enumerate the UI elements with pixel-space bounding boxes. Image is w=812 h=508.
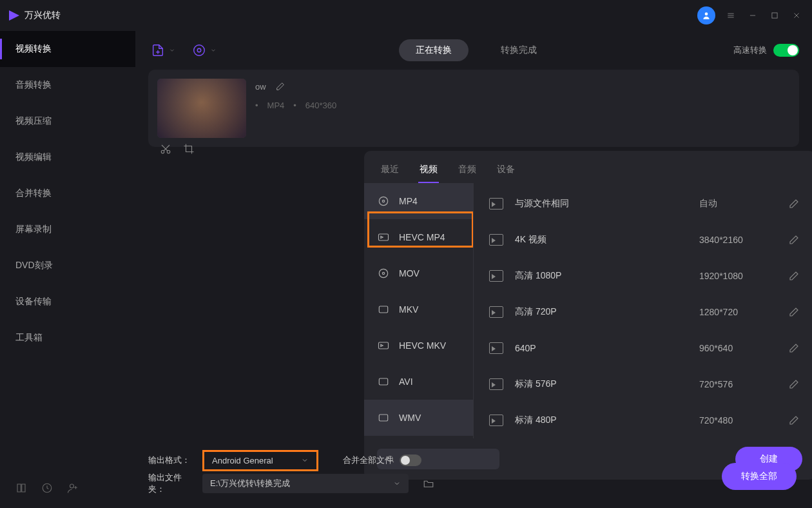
maximize-button[interactable] bbox=[768, 9, 781, 22]
sidebar-item-video-convert[interactable]: 视频转换 bbox=[0, 31, 135, 67]
chevron-down-icon bbox=[301, 456, 309, 464]
format-hevc-mp4[interactable]: HEVC MP4 bbox=[364, 219, 473, 255]
sidebar-item-device-transfer[interactable]: 设备传输 bbox=[0, 284, 135, 320]
file-dim: 640*360 bbox=[305, 101, 336, 110]
format-avi[interactable]: AVI bbox=[364, 364, 473, 400]
file-card: ow •MP4 •640*360 bbox=[148, 70, 799, 147]
titlebar: 万兴优转 bbox=[0, 0, 812, 31]
resolution-item[interactable]: 标清 576P720*576 bbox=[474, 366, 812, 402]
app-name: 万兴优转 bbox=[24, 10, 61, 21]
edit-icon[interactable] bbox=[788, 234, 800, 246]
sidebar-item-merge[interactable]: 合并转换 bbox=[0, 175, 135, 211]
sidebar-item-video-edit[interactable]: 视频编辑 bbox=[0, 139, 135, 175]
svg-point-17 bbox=[379, 269, 387, 277]
svg-rect-22 bbox=[379, 415, 387, 421]
svg-point-14 bbox=[379, 197, 387, 205]
format-hevc-mkv[interactable]: HEVC MKV bbox=[364, 327, 473, 364]
svg-rect-5 bbox=[772, 13, 777, 18]
sidebar-item-dvd-burn[interactable]: DVD刻录 bbox=[0, 248, 135, 284]
svg-point-0 bbox=[705, 12, 708, 15]
sidebar-item-audio-convert[interactable]: 音频转换 bbox=[0, 67, 135, 103]
menu-icon[interactable] bbox=[724, 9, 737, 22]
cut-icon[interactable] bbox=[160, 143, 171, 155]
file-format: MP4 bbox=[267, 101, 285, 110]
resolution-list: 与源文件相同自动 4K 视频3840*2160 高清 1080P1920*108… bbox=[474, 183, 812, 438]
format-list: MP4 HEVC MP4 MOV MKV bbox=[364, 183, 474, 438]
svg-rect-21 bbox=[379, 378, 387, 385]
sidebar-item-screen-record[interactable]: 屏幕录制 bbox=[0, 211, 135, 248]
sidebar-item-video-compress[interactable]: 视频压缩 bbox=[0, 103, 135, 139]
pop-tab-audio[interactable]: 音频 bbox=[457, 160, 478, 183]
resolution-item[interactable]: 高清 1080P1920*1080 bbox=[474, 258, 812, 294]
edit-icon[interactable] bbox=[788, 270, 800, 282]
resolution-item[interactable]: 高清 720P1280*720 bbox=[474, 294, 812, 330]
output-folder-select[interactable]: E:\万兴优转\转换完成 bbox=[202, 474, 409, 493]
video-icon bbox=[489, 306, 503, 318]
open-folder-icon[interactable] bbox=[423, 478, 434, 489]
svg-point-18 bbox=[382, 272, 384, 274]
output-folder-label: 输出文件夹： bbox=[148, 472, 193, 495]
output-format-select[interactable]: Android General bbox=[202, 450, 318, 471]
video-icon bbox=[489, 234, 503, 246]
sidebar: 视频转换 音频转换 视频压缩 视频编辑 合并转换 屏幕录制 DVD刻录 设备传输… bbox=[0, 31, 135, 508]
video-icon bbox=[489, 198, 503, 210]
pop-tab-recent[interactable]: 最近 bbox=[380, 160, 400, 183]
svg-point-9 bbox=[70, 484, 74, 488]
user-avatar[interactable] bbox=[697, 6, 715, 24]
svg-point-15 bbox=[382, 200, 384, 202]
high-speed-toggle[interactable] bbox=[773, 44, 799, 57]
merge-label: 合并全部文件 bbox=[343, 454, 393, 466]
sidebar-item-toolbox[interactable]: 工具箱 bbox=[0, 320, 135, 356]
video-icon bbox=[489, 378, 503, 390]
merge-toggle[interactable] bbox=[400, 454, 421, 466]
minimize-button[interactable] bbox=[746, 9, 759, 22]
chevron-down-icon bbox=[393, 480, 401, 487]
clock-icon[interactable] bbox=[41, 482, 53, 496]
video-icon bbox=[489, 415, 503, 426]
video-icon bbox=[489, 342, 503, 354]
video-thumbnail[interactable] bbox=[157, 79, 246, 138]
high-speed-label: 高速转换 bbox=[733, 44, 767, 56]
edit-icon[interactable] bbox=[788, 415, 800, 426]
tab-in-progress[interactable]: 正在转换 bbox=[399, 39, 469, 61]
svg-rect-19 bbox=[379, 306, 387, 313]
edit-icon[interactable] bbox=[788, 306, 800, 318]
logo-icon bbox=[9, 10, 19, 21]
rename-icon[interactable] bbox=[275, 81, 285, 92]
convert-all-button[interactable]: 转换全部 bbox=[722, 463, 797, 490]
book-icon[interactable] bbox=[15, 482, 27, 496]
main-panel: 正在转换 转换完成 高速转换 ow •MP4 •640*360 bbox=[135, 31, 812, 508]
edit-icon[interactable] bbox=[788, 198, 800, 210]
svg-point-10 bbox=[194, 45, 205, 56]
pop-tab-video[interactable]: 视频 bbox=[418, 160, 439, 183]
tab-done[interactable]: 转换完成 bbox=[484, 39, 554, 61]
resolution-item[interactable]: 4K 视频3840*2160 bbox=[474, 222, 812, 258]
file-name: ow bbox=[255, 82, 266, 92]
edit-icon[interactable] bbox=[788, 342, 800, 354]
bottom-bar: 输出格式： Android General 合并全部文件 输出文件夹： E:\万… bbox=[135, 449, 812, 508]
format-mp4[interactable]: MP4 bbox=[364, 183, 473, 219]
user-add-icon[interactable] bbox=[67, 482, 79, 496]
crop-icon[interactable] bbox=[183, 143, 195, 155]
add-disc-button[interactable] bbox=[189, 41, 219, 60]
resolution-item[interactable]: 与源文件相同自动 bbox=[474, 186, 812, 222]
output-format-label: 输出格式： bbox=[148, 454, 193, 466]
svg-point-11 bbox=[197, 48, 201, 52]
edit-icon[interactable] bbox=[788, 378, 800, 390]
format-popover: 最近 视频 音频 设备 MP4 HEVC MP4 bbox=[364, 151, 812, 480]
pop-tab-device[interactable]: 设备 bbox=[496, 160, 516, 183]
main-toolbar: 正在转换 转换完成 高速转换 bbox=[148, 31, 799, 70]
app-logo: 万兴优转 bbox=[9, 10, 61, 21]
video-icon bbox=[489, 270, 503, 282]
format-wmv[interactable]: WMV bbox=[364, 400, 473, 436]
format-mkv[interactable]: MKV bbox=[364, 291, 473, 327]
format-mov[interactable]: MOV bbox=[364, 255, 473, 291]
resolution-item[interactable]: 640P960*640 bbox=[474, 330, 812, 366]
close-button[interactable] bbox=[790, 9, 803, 22]
resolution-item[interactable]: 标清 480P720*480 bbox=[474, 402, 812, 438]
add-file-button[interactable] bbox=[148, 41, 178, 60]
